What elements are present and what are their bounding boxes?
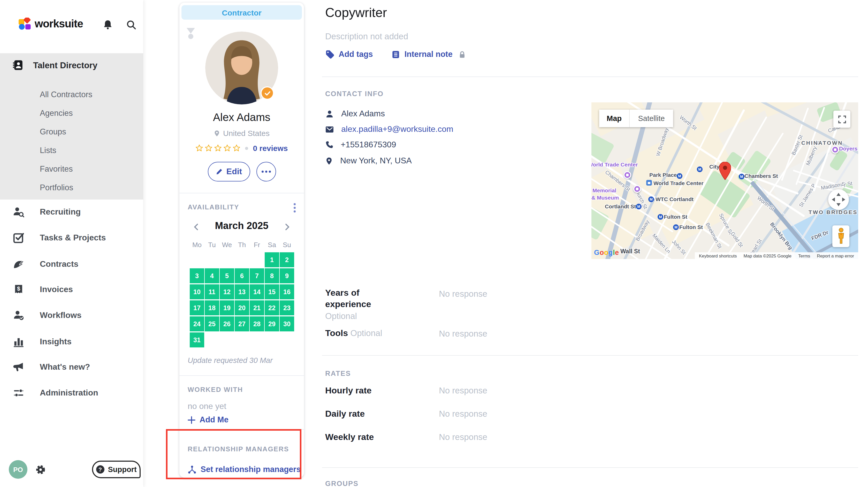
availability-footnote: Update requested 30 Mar [188,356,273,364]
calendar-day-available[interactable]: 12 [220,284,234,299]
support-button[interactable]: ? Support [92,461,141,478]
note-icon [392,50,400,59]
map-attribution-link[interactable]: Keyboard shortcuts [699,253,737,258]
sidebar-item-invoices[interactable]: $Invoices [0,277,143,302]
calendar-day-available[interactable]: 13 [235,284,249,299]
star-icon [205,144,213,152]
phone-icon [325,141,334,149]
more-options-button[interactable] [256,162,276,181]
add-tags-button[interactable]: Add tags [325,50,373,59]
calendar-day-available[interactable]: 28 [250,316,264,331]
availability-menu-icon[interactable] [292,202,297,214]
worked-with-header: WORKED WITH [188,386,243,393]
sidebar-item-what-s-new-[interactable]: What's new? [0,354,143,380]
calendar-day-available[interactable]: 31 [190,332,204,347]
contact-row-email[interactable]: alex.padilla+9@worksuite.com [325,125,454,134]
sidebar-item-contracts[interactable]: Contracts [0,251,143,277]
calendar-day-available[interactable]: 16 [280,284,294,299]
calendar-day-available[interactable]: 1 [265,252,279,267]
next-month-chevron[interactable] [282,221,292,233]
sidebar-item-portfolios[interactable]: Portfolios [40,178,92,197]
notifications-bell-icon[interactable] [103,20,113,30]
map-attribution-link[interactable]: Report a map error [817,253,854,258]
divider [322,77,858,77]
calendar-day-available[interactable]: 17 [190,300,204,315]
sidebar-item-recruiting[interactable]: Recruiting [0,199,143,225]
calendar-day-available[interactable]: 9 [280,268,294,283]
sidebar-item-lists[interactable]: Lists [40,141,92,160]
calendar-day-available[interactable]: 20 [235,300,249,315]
calendar-day-available[interactable]: 29 [265,316,279,331]
calendar-day-available[interactable]: 22 [265,300,279,315]
sidebar-item-administration[interactable]: Administration [0,380,143,406]
location-pin-icon [214,129,220,137]
search-icon[interactable] [126,20,136,30]
poi-icon [633,185,641,193]
calendar-day-available[interactable]: 14 [250,284,264,299]
contact-info-header: CONTACT INFO [325,90,383,98]
calendar-day-available[interactable]: 27 [235,316,249,331]
calendar-day-available[interactable]: 19 [220,300,234,315]
weekday-label: Tu [205,241,219,249]
calendar-day-available[interactable]: 6 [235,268,249,283]
contractor-card: Contractor Alex Adams United States 0 re… [179,3,304,478]
calendar-day-available[interactable]: 25 [205,316,219,331]
calendar-day-available[interactable]: 10 [190,284,204,299]
satellite-button[interactable]: Satellite [629,110,673,127]
google-map[interactable]: Worth StW BroadwayChambers StChurch StWo… [591,102,858,259]
map-label: Doyers S [839,145,858,151]
calendar-day-empty [220,332,234,347]
calendar-day-available[interactable]: 5 [220,268,234,283]
contractor-badge: Contractor [182,5,302,20]
map-marker-pin[interactable] [719,162,731,180]
insights-icon [13,336,24,347]
sidebar-item-agencies[interactable]: Agencies [40,104,92,123]
internal-note-button[interactable]: Internal note [392,50,466,59]
talent-directory-icon [12,59,24,71]
calendar-day-available[interactable]: 23 [280,300,294,315]
calendar-day-empty [205,332,219,347]
edit-button[interactable]: Edit [208,162,250,181]
prev-month-chevron[interactable] [191,221,201,233]
star-icon [214,144,222,152]
calendar-day-available[interactable]: 30 [280,316,294,331]
reviews-link[interactable]: 0 reviews [253,144,288,153]
map-label: Cortlandt St [605,203,636,209]
calendar-day-available[interactable]: 24 [190,316,204,331]
user-avatar[interactable]: PO [9,460,27,479]
street-view-pegman[interactable] [832,225,849,247]
map-pan-control[interactable] [828,189,849,210]
sidebar-item-workflows[interactable]: Workflows [0,302,143,328]
calendar-day-available[interactable]: 4 [205,268,219,283]
worked-with-section: WORKED WITH no one yet Add Me [179,375,304,432]
calendar-day-available[interactable]: 15 [265,284,279,299]
map-attribution-link[interactable]: Map data ©2025 Google [744,253,792,258]
description-placeholder[interactable]: Description not added [325,32,408,41]
medal-icon [186,27,196,40]
map-button[interactable]: Map [599,110,629,127]
sidebar-item-all-contractors[interactable]: All Contractors [40,85,92,104]
worksuite-logo[interactable]: worksuite [19,18,83,30]
add-me-button[interactable]: Add Me [188,415,228,424]
sidebar-item-groups[interactable]: Groups [40,123,92,141]
rate-value: No response [439,409,487,419]
calendar-day-available[interactable]: 8 [265,268,279,283]
calendar-day-available[interactable]: 11 [205,284,219,299]
calendar-day-available[interactable]: 18 [205,300,219,315]
calendar-day-available[interactable]: 21 [250,300,264,315]
calendar-day-available[interactable]: 7 [250,268,264,283]
sidebar-item-favorites[interactable]: Favorites [40,160,92,178]
fullscreen-button[interactable] [833,111,850,128]
lock-icon [459,51,466,58]
settings-gear-icon[interactable] [35,464,46,475]
calendar-day-available[interactable]: 26 [220,316,234,331]
sidebar-item-talent-directory[interactable]: Talent Directory [12,59,97,71]
groups-header: GROUPS [325,480,359,487]
calendar-day-available[interactable]: 3 [190,268,204,283]
sidebar-item-tasks-projects[interactable]: Tasks & Projects [0,225,143,251]
map-attribution-link[interactable]: Terms [798,253,810,258]
google-logo[interactable]: Google [594,249,619,256]
calendar-day-empty [250,332,264,347]
sidebar-item-insights[interactable]: Insights [0,329,143,355]
calendar-day-available[interactable]: 2 [280,252,294,267]
